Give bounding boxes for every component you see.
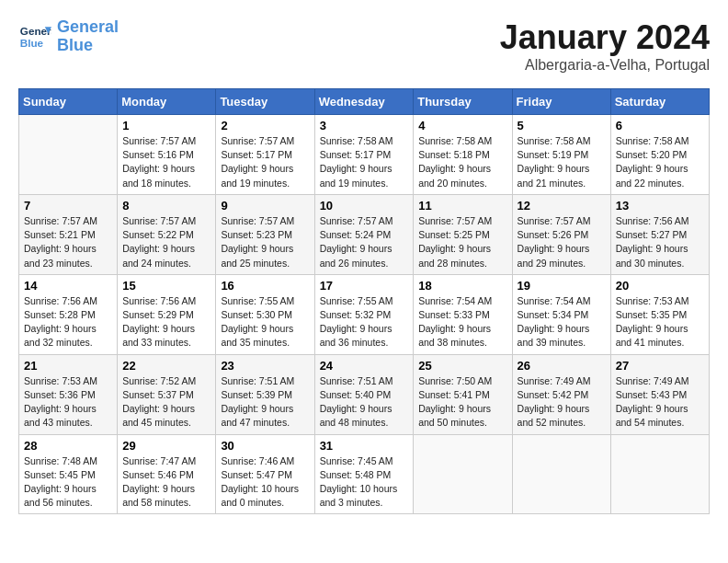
day-info: Sunrise: 7:58 AMSunset: 5:18 PMDaylight:… xyxy=(418,134,506,190)
calendar-cell: 17Sunrise: 7:55 AMSunset: 5:32 PMDayligh… xyxy=(314,274,414,354)
calendar-cell: 13Sunrise: 7:56 AMSunset: 5:27 PMDayligh… xyxy=(610,194,709,274)
column-header-tuesday: Tuesday xyxy=(216,89,314,115)
calendar-cell: 18Sunrise: 7:54 AMSunset: 5:33 PMDayligh… xyxy=(414,274,512,354)
day-number: 26 xyxy=(518,359,606,373)
day-info: Sunrise: 7:58 AMSunset: 5:20 PMDaylight:… xyxy=(616,134,704,190)
calendar-cell: 14Sunrise: 7:56 AMSunset: 5:28 PMDayligh… xyxy=(19,274,118,354)
logo-text: GeneralBlue xyxy=(57,18,119,55)
calendar-week-row: 28Sunrise: 7:48 AMSunset: 5:45 PMDayligh… xyxy=(19,434,710,514)
day-info: Sunrise: 7:54 AMSunset: 5:34 PMDaylight:… xyxy=(518,294,606,350)
day-number: 1 xyxy=(122,119,210,132)
day-info: Sunrise: 7:50 AMSunset: 5:41 PMDaylight:… xyxy=(418,374,506,431)
page-subtitle: Albergaria-a-Velha, Portugal xyxy=(500,57,710,74)
calendar-cell xyxy=(19,115,118,195)
day-info: Sunrise: 7:57 AMSunset: 5:22 PMDaylight:… xyxy=(122,214,210,270)
day-info: Sunrise: 7:45 AMSunset: 5:48 PMDaylight:… xyxy=(320,454,409,511)
day-number: 24 xyxy=(320,359,409,373)
day-number: 10 xyxy=(320,199,409,213)
day-number: 25 xyxy=(418,359,506,373)
calendar-cell xyxy=(414,434,512,514)
day-number: 9 xyxy=(221,199,309,213)
column-header-wednesday: Wednesday xyxy=(314,89,414,115)
calendar-week-row: 7Sunrise: 7:57 AMSunset: 5:21 PMDaylight… xyxy=(19,194,710,274)
calendar-cell: 31Sunrise: 7:45 AMSunset: 5:48 PMDayligh… xyxy=(314,434,414,514)
calendar-header-row: SundayMondayTuesdayWednesdayThursdayFrid… xyxy=(19,89,710,115)
calendar-week-row: 1Sunrise: 7:57 AMSunset: 5:16 PMDaylight… xyxy=(19,115,710,195)
calendar-cell: 8Sunrise: 7:57 AMSunset: 5:22 PMDaylight… xyxy=(118,194,216,274)
day-number: 4 xyxy=(418,119,506,132)
calendar-cell: 16Sunrise: 7:55 AMSunset: 5:30 PMDayligh… xyxy=(216,274,314,354)
day-info: Sunrise: 7:56 AMSunset: 5:27 PMDaylight:… xyxy=(616,214,704,270)
day-info: Sunrise: 7:53 AMSunset: 5:35 PMDaylight:… xyxy=(616,294,704,350)
calendar-cell: 6Sunrise: 7:58 AMSunset: 5:20 PMDaylight… xyxy=(610,115,709,195)
day-number: 31 xyxy=(320,439,409,453)
day-info: Sunrise: 7:49 AMSunset: 5:43 PMDaylight:… xyxy=(616,374,704,431)
day-info: Sunrise: 7:56 AMSunset: 5:28 PMDaylight:… xyxy=(24,294,112,350)
calendar-cell: 1Sunrise: 7:57 AMSunset: 5:16 PMDaylight… xyxy=(118,115,216,195)
column-header-saturday: Saturday xyxy=(610,89,709,115)
column-header-thursday: Thursday xyxy=(414,89,512,115)
day-info: Sunrise: 7:52 AMSunset: 5:37 PMDaylight:… xyxy=(122,374,210,431)
day-number: 19 xyxy=(518,279,606,293)
day-number: 5 xyxy=(518,119,606,132)
day-info: Sunrise: 7:57 AMSunset: 5:23 PMDaylight:… xyxy=(221,214,309,270)
day-info: Sunrise: 7:57 AMSunset: 5:21 PMDaylight:… xyxy=(24,214,112,270)
column-header-friday: Friday xyxy=(512,89,610,115)
day-number: 6 xyxy=(616,119,704,132)
calendar-cell xyxy=(512,434,610,514)
day-number: 16 xyxy=(221,279,309,293)
calendar-cell: 3Sunrise: 7:58 AMSunset: 5:17 PMDaylight… xyxy=(314,115,414,195)
calendar-cell: 23Sunrise: 7:51 AMSunset: 5:39 PMDayligh… xyxy=(216,354,314,434)
day-number: 15 xyxy=(122,279,210,293)
day-number: 27 xyxy=(616,359,704,373)
day-number: 11 xyxy=(418,199,506,213)
svg-text:General: General xyxy=(20,25,51,37)
calendar-cell xyxy=(610,434,709,514)
day-number: 22 xyxy=(122,359,210,373)
calendar-cell: 5Sunrise: 7:58 AMSunset: 5:19 PMDaylight… xyxy=(512,115,610,195)
day-number: 14 xyxy=(24,279,112,293)
day-number: 2 xyxy=(221,119,309,132)
day-info: Sunrise: 7:58 AMSunset: 5:19 PMDaylight:… xyxy=(518,134,606,190)
day-info: Sunrise: 7:47 AMSunset: 5:46 PMDaylight:… xyxy=(122,454,210,511)
calendar-cell: 4Sunrise: 7:58 AMSunset: 5:18 PMDaylight… xyxy=(414,115,512,195)
calendar-week-row: 14Sunrise: 7:56 AMSunset: 5:28 PMDayligh… xyxy=(19,274,710,354)
calendar-cell: 29Sunrise: 7:47 AMSunset: 5:46 PMDayligh… xyxy=(118,434,216,514)
day-info: Sunrise: 7:54 AMSunset: 5:33 PMDaylight:… xyxy=(418,294,506,350)
day-number: 13 xyxy=(616,199,704,213)
calendar-cell: 26Sunrise: 7:49 AMSunset: 5:42 PMDayligh… xyxy=(512,354,610,434)
calendar-cell: 28Sunrise: 7:48 AMSunset: 5:45 PMDayligh… xyxy=(19,434,118,514)
day-number: 23 xyxy=(221,359,309,373)
calendar-cell: 10Sunrise: 7:57 AMSunset: 5:24 PMDayligh… xyxy=(314,194,414,274)
day-number: 29 xyxy=(122,439,210,453)
logo-icon: General Blue xyxy=(18,20,51,53)
calendar-cell: 22Sunrise: 7:52 AMSunset: 5:37 PMDayligh… xyxy=(118,354,216,434)
day-info: Sunrise: 7:49 AMSunset: 5:42 PMDaylight:… xyxy=(518,374,606,431)
calendar-cell: 2Sunrise: 7:57 AMSunset: 5:17 PMDaylight… xyxy=(216,115,314,195)
day-info: Sunrise: 7:51 AMSunset: 5:39 PMDaylight:… xyxy=(221,374,309,431)
day-number: 18 xyxy=(418,279,506,293)
day-number: 20 xyxy=(616,279,704,293)
day-info: Sunrise: 7:46 AMSunset: 5:47 PMDaylight:… xyxy=(221,454,309,511)
calendar-cell: 27Sunrise: 7:49 AMSunset: 5:43 PMDayligh… xyxy=(610,354,709,434)
day-number: 28 xyxy=(24,439,112,453)
calendar-cell: 15Sunrise: 7:56 AMSunset: 5:29 PMDayligh… xyxy=(118,274,216,354)
calendar-cell: 20Sunrise: 7:53 AMSunset: 5:35 PMDayligh… xyxy=(610,274,709,354)
calendar-cell: 9Sunrise: 7:57 AMSunset: 5:23 PMDaylight… xyxy=(216,194,314,274)
calendar-cell: 21Sunrise: 7:53 AMSunset: 5:36 PMDayligh… xyxy=(19,354,118,434)
day-info: Sunrise: 7:57 AMSunset: 5:16 PMDaylight:… xyxy=(122,134,210,190)
day-number: 30 xyxy=(221,439,309,453)
page-title: January 2024 xyxy=(500,18,710,57)
day-info: Sunrise: 7:56 AMSunset: 5:29 PMDaylight:… xyxy=(122,294,210,350)
day-info: Sunrise: 7:58 AMSunset: 5:17 PMDaylight:… xyxy=(320,134,409,190)
calendar-table: SundayMondayTuesdayWednesdayThursdayFrid… xyxy=(18,88,710,514)
day-number: 17 xyxy=(320,279,409,293)
day-info: Sunrise: 7:57 AMSunset: 5:25 PMDaylight:… xyxy=(418,214,506,270)
calendar-cell: 30Sunrise: 7:46 AMSunset: 5:47 PMDayligh… xyxy=(216,434,314,514)
logo: General Blue GeneralBlue xyxy=(18,18,119,55)
column-header-sunday: Sunday xyxy=(19,89,118,115)
day-info: Sunrise: 7:55 AMSunset: 5:32 PMDaylight:… xyxy=(320,294,409,350)
calendar-cell: 19Sunrise: 7:54 AMSunset: 5:34 PMDayligh… xyxy=(512,274,610,354)
calendar-cell: 25Sunrise: 7:50 AMSunset: 5:41 PMDayligh… xyxy=(414,354,512,434)
day-info: Sunrise: 7:55 AMSunset: 5:30 PMDaylight:… xyxy=(221,294,309,350)
